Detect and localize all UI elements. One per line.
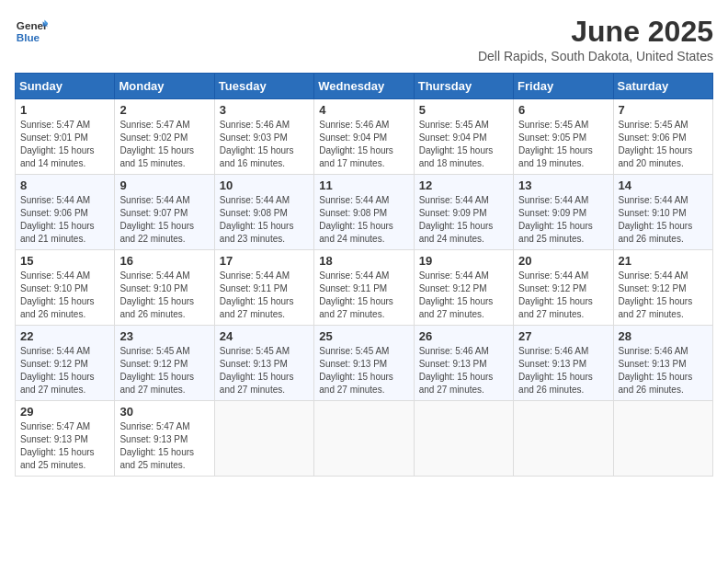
calendar-cell: 3Sunrise: 5:46 AM Sunset: 9:03 PM Daylig… xyxy=(214,99,313,175)
day-number: 10 xyxy=(220,178,309,192)
calendar-cell: 8Sunrise: 5:44 AM Sunset: 9:06 PM Daylig… xyxy=(16,175,115,250)
page-header: General Blue June 2025 Dell Rapids, Sout… xyxy=(15,15,713,63)
day-number: 30 xyxy=(119,405,209,419)
day-info: Sunrise: 5:44 AM Sunset: 9:12 PM Dayligh… xyxy=(619,270,708,321)
calendar-body: 1Sunrise: 5:47 AM Sunset: 9:01 PM Daylig… xyxy=(16,99,713,477)
day-info: Sunrise: 5:44 AM Sunset: 9:11 PM Dayligh… xyxy=(319,270,408,321)
calendar-cell: 2Sunrise: 5:47 AM Sunset: 9:02 PM Daylig… xyxy=(115,99,214,175)
day-number: 15 xyxy=(20,254,109,268)
calendar-cell: 7Sunrise: 5:45 AM Sunset: 9:06 PM Daylig… xyxy=(613,99,712,175)
day-info: Sunrise: 5:46 AM Sunset: 9:04 PM Dayligh… xyxy=(319,119,408,170)
day-info: Sunrise: 5:44 AM Sunset: 9:08 PM Dayligh… xyxy=(220,194,309,246)
day-number: 14 xyxy=(619,178,708,192)
day-info: Sunrise: 5:44 AM Sunset: 9:10 PM Dayligh… xyxy=(619,194,708,246)
calendar-cell: 18Sunrise: 5:44 AM Sunset: 9:11 PM Dayli… xyxy=(314,250,414,326)
calendar-cell xyxy=(514,401,613,477)
calendar-cell xyxy=(314,401,414,477)
day-info: Sunrise: 5:45 AM Sunset: 9:05 PM Dayligh… xyxy=(518,119,608,170)
day-number: 18 xyxy=(319,254,408,268)
day-number: 22 xyxy=(20,329,109,343)
calendar-subtitle: Dell Rapids, South Dakota, United States xyxy=(478,49,713,63)
calendar-cell: 4Sunrise: 5:46 AM Sunset: 9:04 PM Daylig… xyxy=(314,99,414,175)
day-info: Sunrise: 5:44 AM Sunset: 9:08 PM Dayligh… xyxy=(319,194,408,246)
logo-icon: General Blue xyxy=(15,15,48,48)
day-number: 23 xyxy=(119,329,209,343)
day-number: 8 xyxy=(20,178,109,192)
day-info: Sunrise: 5:46 AM Sunset: 9:13 PM Dayligh… xyxy=(619,345,708,396)
day-number: 29 xyxy=(20,405,109,419)
col-wednesday: Wednesday xyxy=(314,74,414,99)
calendar-cell: 24Sunrise: 5:45 AM Sunset: 9:13 PM Dayli… xyxy=(214,326,313,401)
day-info: Sunrise: 5:45 AM Sunset: 9:13 PM Dayligh… xyxy=(220,345,309,396)
calendar-cell: 21Sunrise: 5:44 AM Sunset: 9:12 PM Dayli… xyxy=(613,250,712,326)
calendar-cell: 23Sunrise: 5:45 AM Sunset: 9:12 PM Dayli… xyxy=(115,326,214,401)
calendar-cell: 16Sunrise: 5:44 AM Sunset: 9:10 PM Dayli… xyxy=(115,250,214,326)
day-number: 21 xyxy=(619,254,708,268)
day-number: 2 xyxy=(119,103,209,117)
calendar-cell xyxy=(214,401,313,477)
day-info: Sunrise: 5:44 AM Sunset: 9:11 PM Dayligh… xyxy=(220,270,309,321)
svg-text:Blue: Blue xyxy=(17,31,40,43)
calendar-cell xyxy=(414,401,513,477)
calendar-cell: 22Sunrise: 5:44 AM Sunset: 9:12 PM Dayli… xyxy=(16,326,115,401)
day-info: Sunrise: 5:47 AM Sunset: 9:13 PM Dayligh… xyxy=(20,420,109,472)
day-info: Sunrise: 5:44 AM Sunset: 9:12 PM Dayligh… xyxy=(20,345,109,396)
logo: General Blue xyxy=(15,15,48,48)
day-info: Sunrise: 5:45 AM Sunset: 9:13 PM Dayligh… xyxy=(319,345,408,396)
calendar-cell: 27Sunrise: 5:46 AM Sunset: 9:13 PM Dayli… xyxy=(514,326,613,401)
day-number: 27 xyxy=(518,329,608,343)
calendar-cell: 10Sunrise: 5:44 AM Sunset: 9:08 PM Dayli… xyxy=(214,175,313,250)
day-number: 24 xyxy=(220,329,309,343)
calendar-cell: 28Sunrise: 5:46 AM Sunset: 9:13 PM Dayli… xyxy=(613,326,712,401)
day-info: Sunrise: 5:44 AM Sunset: 9:06 PM Dayligh… xyxy=(20,194,109,246)
day-number: 28 xyxy=(619,329,708,343)
calendar-cell: 14Sunrise: 5:44 AM Sunset: 9:10 PM Dayli… xyxy=(613,175,712,250)
day-info: Sunrise: 5:45 AM Sunset: 9:12 PM Dayligh… xyxy=(119,345,209,396)
calendar-cell: 20Sunrise: 5:44 AM Sunset: 9:12 PM Dayli… xyxy=(514,250,613,326)
calendar-cell: 26Sunrise: 5:46 AM Sunset: 9:13 PM Dayli… xyxy=(414,326,513,401)
day-number: 17 xyxy=(220,254,309,268)
calendar-table: Sunday Monday Tuesday Wednesday Thursday… xyxy=(15,73,713,477)
calendar-cell: 17Sunrise: 5:44 AM Sunset: 9:11 PM Dayli… xyxy=(214,250,313,326)
day-info: Sunrise: 5:44 AM Sunset: 9:09 PM Dayligh… xyxy=(419,194,508,246)
day-number: 19 xyxy=(419,254,508,268)
day-info: Sunrise: 5:45 AM Sunset: 9:06 PM Dayligh… xyxy=(619,119,708,170)
calendar-cell: 6Sunrise: 5:45 AM Sunset: 9:05 PM Daylig… xyxy=(514,99,613,175)
day-number: 9 xyxy=(119,178,209,192)
day-info: Sunrise: 5:45 AM Sunset: 9:04 PM Dayligh… xyxy=(419,119,508,170)
day-number: 5 xyxy=(419,103,508,117)
col-thursday: Thursday xyxy=(414,74,513,99)
col-tuesday: Tuesday xyxy=(214,74,313,99)
day-number: 16 xyxy=(119,254,209,268)
day-info: Sunrise: 5:47 AM Sunset: 9:02 PM Dayligh… xyxy=(119,119,209,170)
day-info: Sunrise: 5:44 AM Sunset: 9:10 PM Dayligh… xyxy=(119,270,209,321)
calendar-cell: 9Sunrise: 5:44 AM Sunset: 9:07 PM Daylig… xyxy=(115,175,214,250)
day-number: 3 xyxy=(220,103,309,117)
title-area: June 2025 Dell Rapids, South Dakota, Uni… xyxy=(478,15,713,63)
day-info: Sunrise: 5:47 AM Sunset: 9:01 PM Dayligh… xyxy=(20,119,109,170)
calendar-cell: 19Sunrise: 5:44 AM Sunset: 9:12 PM Dayli… xyxy=(414,250,513,326)
calendar-cell: 13Sunrise: 5:44 AM Sunset: 9:09 PM Dayli… xyxy=(514,175,613,250)
col-friday: Friday xyxy=(514,74,613,99)
day-number: 6 xyxy=(518,103,608,117)
day-info: Sunrise: 5:46 AM Sunset: 9:13 PM Dayligh… xyxy=(419,345,508,396)
calendar-cell: 25Sunrise: 5:45 AM Sunset: 9:13 PM Dayli… xyxy=(314,326,414,401)
calendar-header-row: Sunday Monday Tuesday Wednesday Thursday… xyxy=(16,74,713,99)
col-monday: Monday xyxy=(115,74,214,99)
day-number: 25 xyxy=(319,329,408,343)
day-number: 20 xyxy=(518,254,608,268)
calendar-cell: 15Sunrise: 5:44 AM Sunset: 9:10 PM Dayli… xyxy=(16,250,115,326)
calendar-cell: 5Sunrise: 5:45 AM Sunset: 9:04 PM Daylig… xyxy=(414,99,513,175)
calendar-cell: 11Sunrise: 5:44 AM Sunset: 9:08 PM Dayli… xyxy=(314,175,414,250)
day-info: Sunrise: 5:44 AM Sunset: 9:12 PM Dayligh… xyxy=(419,270,508,321)
calendar-cell xyxy=(613,401,712,477)
day-number: 4 xyxy=(319,103,408,117)
day-number: 1 xyxy=(20,103,109,117)
day-number: 26 xyxy=(419,329,508,343)
day-info: Sunrise: 5:44 AM Sunset: 9:12 PM Dayligh… xyxy=(518,270,608,321)
day-info: Sunrise: 5:46 AM Sunset: 9:13 PM Dayligh… xyxy=(518,345,608,396)
day-number: 12 xyxy=(419,178,508,192)
day-number: 11 xyxy=(319,178,408,192)
col-saturday: Saturday xyxy=(613,74,712,99)
calendar-cell: 12Sunrise: 5:44 AM Sunset: 9:09 PM Dayli… xyxy=(414,175,513,250)
